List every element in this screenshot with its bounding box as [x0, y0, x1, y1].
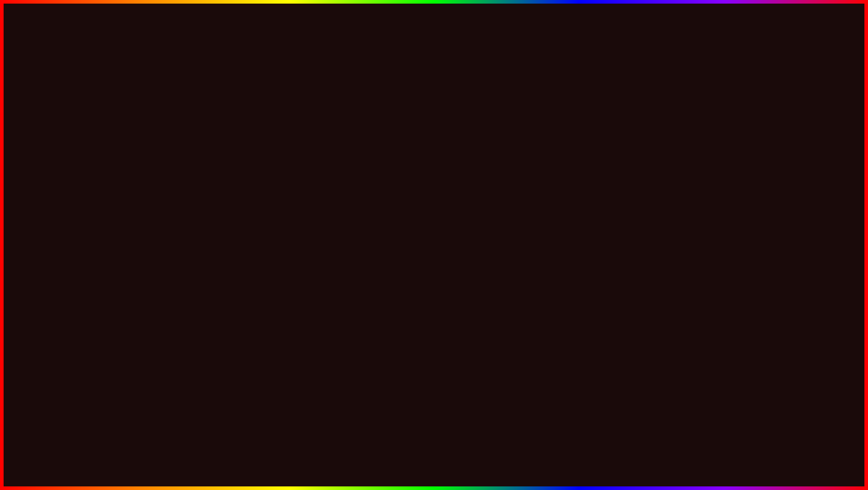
- svg-rect-10: [299, 191, 310, 223]
- right-gui-window: Speed Hub X 13/02/2023 - 08:25:03 AM [ I…: [391, 133, 607, 273]
- autofarm-level-label: AutoFarm Level: [89, 204, 130, 210]
- svg-point-2: [59, 158, 62, 160]
- hydrogen-label: HYDROGEN: [523, 275, 711, 312]
- left-gui-content: Auto SetSpawn Point Select Weapon : Deat…: [85, 147, 252, 244]
- auto-dought-boss-row: Auto Dought Boss: [85, 230, 252, 244]
- blox-fruits-logo: ☠ BL★X FRUITS: [734, 371, 828, 454]
- left-nav-shop[interactable]: Shop: [46, 215, 80, 225]
- auto-setspawn-label: Auto SetSpawn Point: [89, 151, 144, 158]
- killaura-label: Killaura: [440, 205, 460, 211]
- svg-point-22: [234, 283, 261, 301]
- script-pastebin-text: SCRIPT PASTEBIN: [431, 433, 733, 469]
- right-nav-shop[interactable]: Shop: [397, 204, 431, 214]
- auto-awakener-toggle[interactable]: [582, 185, 598, 194]
- left-nav-teleport[interactable]: Teleport: [46, 204, 80, 214]
- right-gui-title: Speed Hub X: [396, 135, 429, 142]
- defeat-info: Defeat : 500: [85, 217, 252, 227]
- svg-point-6: [410, 158, 413, 160]
- svg-rect-11: [337, 191, 349, 223]
- next-island-label: Next island: [440, 169, 469, 175]
- killaura-toggle[interactable]: [582, 203, 598, 212]
- right-gui-logo: [398, 147, 430, 178]
- auto-farm-text: AUTO FARM: [135, 420, 422, 472]
- bg-blob-2: [598, 90, 778, 225]
- dungeon-header: Wait For Dungeon: [435, 147, 603, 160]
- left-gui-title: Speed Hub X: [45, 135, 78, 142]
- auto-dought-boss-label: Auto Dought Boss: [89, 234, 137, 240]
- auto-buy-chip-toggle[interactable]: [582, 256, 598, 265]
- killaura-row: Killaura: [435, 200, 603, 215]
- svg-point-20: [240, 252, 243, 256]
- auto-buy-chip-label: Auto Buy Chip: [440, 258, 478, 264]
- svg-point-5: [410, 156, 417, 165]
- right-gui-content: Wait For Dungeon Next island Auto Awaken…: [435, 147, 603, 268]
- auto-awakener-row: Auto Awakener: [435, 182, 603, 197]
- autofarm-level-row: AutoFarm Level: [85, 199, 252, 214]
- right-nav-dungeon[interactable]: Dungeon: [397, 215, 431, 225]
- auto-buy-chip-row: Auto Buy Chip: [435, 253, 603, 268]
- auto-select-dungeon-row: Auto Select Dungeon: [435, 235, 603, 250]
- auto-select-dungeon-toggle[interactable]: [582, 238, 598, 247]
- svg-point-15: [326, 171, 331, 175]
- right-nav-combat[interactable]: Combat: [397, 180, 431, 190]
- main-title: BLOX FRUITS: [0, 13, 868, 96]
- right-gui-header: Speed Hub X 13/02/2023 - 08:25:03 AM [ I…: [392, 134, 606, 143]
- auto-awakener-label: Auto Awakener: [440, 187, 479, 193]
- left-gui-window: Speed Hub X 13/02/2023 - 08:24:41 AM [ I…: [40, 133, 256, 249]
- svg-rect-9: [310, 189, 337, 229]
- svg-rect-12: [311, 229, 322, 265]
- left-nav-combat[interactable]: Combat: [46, 192, 80, 202]
- refresh-weapon-row[interactable]: Refresh Weapon: [85, 182, 252, 196]
- blox-logo-inner: ☠ BL★X FRUITS: [734, 371, 828, 454]
- title-container: BLOX FRUITS: [0, 13, 868, 96]
- blox-logo-line2: FRUITS: [744, 426, 817, 446]
- svg-point-1: [59, 156, 67, 165]
- right-gui-date: 13/02/2023 - 08:25:03 AM [ ID ]: [534, 136, 603, 141]
- left-gui-date: 13/02/2023 - 08:24:41 AM [ ID ]: [183, 136, 252, 141]
- auto-setspawn-toggle[interactable]: [229, 150, 247, 159]
- left-gui-sidebar: Main Combat Teleport Shop: [45, 147, 81, 244]
- auto-select-dungeon-label: Auto Select Dungeon: [440, 240, 495, 246]
- skull-icon: ☠: [744, 379, 817, 405]
- autofarm-level-toggle[interactable]: [229, 202, 247, 211]
- select-chips-row: Select Chips : Bird: Phoenix: [435, 218, 603, 232]
- svg-point-8: [310, 162, 337, 189]
- next-island-toggle[interactable]: [582, 167, 598, 176]
- svg-point-21: [253, 252, 257, 256]
- auto-setspawn-row: Auto SetSpawn Point: [85, 147, 252, 162]
- left-nav-main[interactable]: Main: [46, 180, 80, 190]
- left-gui-logo: [47, 147, 79, 178]
- svg-point-14: [317, 171, 322, 175]
- svg-point-3: [64, 158, 67, 160]
- blox-logo-line1: BL★X: [744, 405, 817, 426]
- svg-rect-13: [325, 229, 336, 265]
- left-gui-body: Main Combat Teleport Shop Auto SetSpawn …: [41, 143, 255, 248]
- right-nav-teleport[interactable]: Teleport: [397, 192, 431, 202]
- right-gui-body: Combat Teleport Shop Dungeon Wait For Du…: [392, 143, 606, 272]
- right-gui-sidebar: Combat Teleport Shop Dungeon: [396, 147, 432, 268]
- next-island-row: Next island: [435, 164, 603, 179]
- select-chips-label: Select Chips : Bird: Phoenix: [440, 222, 513, 228]
- svg-point-7: [415, 158, 417, 160]
- select-weapon-row: Select Weapon : Death Step: [85, 165, 252, 179]
- select-weapon-label: Select Weapon : Death Step: [89, 169, 161, 175]
- left-gui-header: Speed Hub X 13/02/2023 - 08:24:41 AM [ I…: [41, 134, 255, 143]
- refresh-weapon-label: Refresh Weapon: [89, 186, 132, 192]
